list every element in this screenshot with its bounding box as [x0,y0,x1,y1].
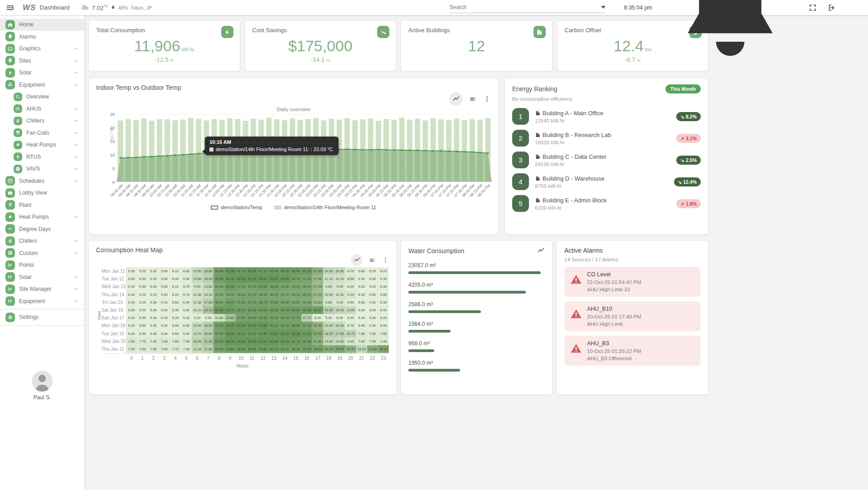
heatmap-cell[interactable]: 6.60 [181,267,192,275]
heatmap-cell[interactable]: 38.90 [291,322,301,329]
chart-type-line-button[interactable] [449,92,463,106]
alarm-item[interactable]: AHU_B1020-Oct-25 01:17:40 PMAHU High Lim… [564,301,701,331]
heatmap-cell[interactable]: 18.60 [203,330,213,338]
sidebar-item-schedules[interactable]: Schedules [0,175,84,187]
heatmap-cell[interactable]: 37.80 [268,299,279,306]
heatmap-cell[interactable]: 38.80 [257,314,268,322]
heatmap-cell[interactable]: 5.80 [126,275,137,283]
kebab-menu-icon[interactable] [382,257,389,264]
heatmap-cell[interactable]: 42.80 [247,267,257,275]
data-table-icon[interactable] [369,257,376,264]
heatmap-cell[interactable]: 7.50 [126,345,137,353]
chevron-down-icon[interactable] [73,167,78,171]
sidebar-item-fan-coils[interactable]: Fan Coils [0,127,84,139]
sidebar-item-alarms[interactable]: Alarms [0,31,84,43]
heatmap-cell[interactable]: 8.60 [345,338,356,345]
heatmap-cell[interactable]: 5.30 [356,291,367,299]
heatmap-cell[interactable]: 5.90 [345,299,356,306]
heatmap-cell[interactable]: 11.10 [323,275,334,283]
chevron-down-icon[interactable] [73,239,78,243]
heatmap-cell[interactable]: 40.70 [236,267,247,275]
heatmap-cell[interactable]: 5.30 [159,306,170,314]
search-field[interactable] [449,2,606,13]
heatmap-cell[interactable]: 41.10 [291,338,301,345]
heatmap-cell[interactable]: 7.60 [356,338,367,345]
heatmap-cell[interactable]: 5.30 [367,322,378,329]
heatmap-cell[interactable]: 5.40 [170,275,181,283]
heatmap-cell[interactable]: 35.90 [225,291,236,299]
heatmap-cell[interactable]: 5.20 [356,283,367,290]
heatmap-cell[interactable]: 31.30 [312,267,323,275]
heatmap-cell[interactable]: 5.40 [181,330,192,338]
heatmap-line-button[interactable] [351,254,363,266]
heatmap-cell[interactable]: 5.30 [159,330,170,338]
heatmap-cell[interactable]: 9.10 [345,291,356,299]
sidebar-item-heat-pumps[interactable]: Heat Pumps [0,139,84,151]
sidebar-item-lobby-view[interactable]: Lobby View [0,187,84,199]
heatmap-cell[interactable]: 10.20 [192,306,203,314]
heatmap-cell[interactable]: 35.50 [334,345,345,353]
heatmap-cell[interactable]: 37.90 [301,322,312,329]
user-profile[interactable]: Paul S. [0,371,84,401]
heatmap-cell[interactable]: 18.50 [203,322,213,329]
heatmap-cell[interactable]: 41.40 [268,267,279,275]
heatmap-cell[interactable]: 37.20 [247,291,257,299]
chevron-down-icon[interactable] [73,46,78,51]
heatmap-cell[interactable]: 36.20 [213,299,224,306]
logout-icon[interactable] [827,3,836,12]
sidebar-item-solar[interactable]: Solar [0,67,84,79]
heatmap-cell[interactable]: 5.50 [367,291,378,299]
heatmap-cell[interactable]: 42.50 [279,275,290,283]
sidebar-item-heat-pumps[interactable]: Heat Pumps [0,211,84,223]
heatmap-cell[interactable]: 39.40 [279,345,290,353]
heatmap-cell[interactable]: 31.80 [367,345,378,353]
heatmap-cell[interactable]: 5.30 [137,275,148,283]
heatmap-cell[interactable]: 7.50 [367,330,378,338]
sidebar-item-graphics[interactable]: Graphics [0,43,84,55]
heatmap-cell[interactable]: 35.40 [301,283,312,290]
heatmap-cell[interactable]: 5.40 [126,291,137,299]
heatmap-cell[interactable]: 41.90 [225,275,236,283]
heatmap-cell[interactable]: 40.30 [247,306,257,314]
heatmap-cell[interactable]: 27.40 [312,283,323,290]
heatmap-cell[interactable]: 14.10 [192,345,203,353]
heatmap-cell[interactable]: 42.90 [268,338,279,345]
heatmap-cell[interactable]: 5.40 [356,322,367,329]
heatmap-cell[interactable]: 15.70 [345,330,356,338]
heatmap-cell[interactable]: 33.20 [323,345,334,353]
heatmap-cell[interactable]: 38.30 [279,314,290,322]
heatmap-cell[interactable]: 8.90 [345,275,356,283]
heatmap-cell[interactable]: 37.00 [301,275,312,283]
heatmap-cell[interactable]: 43.30 [268,275,279,283]
chevron-down-icon[interactable] [73,251,78,255]
heatmap-cell[interactable]: 38.70 [257,299,268,306]
heatmap-cell[interactable]: 36.60 [236,291,247,299]
heatmap-cell[interactable]: 5.40 [378,306,389,314]
heatmap-cell[interactable]: 36.20 [291,283,301,290]
heatmap-cell[interactable]: 37.70 [291,314,301,322]
heatmap-cell[interactable]: 38.50 [213,267,224,275]
sidebar-item-custom[interactable]: Custom [0,247,84,260]
heatmap-cell[interactable]: 40.20 [268,345,279,353]
heatmap-cell[interactable]: 39.60 [225,345,236,353]
heatmap-cell[interactable]: 6.70 [345,267,356,275]
heatmap-cell[interactable]: 39.30 [301,338,312,345]
heatmap-cell[interactable]: 5.30 [137,330,148,338]
heatmap-cell[interactable]: 14.40 [323,322,334,329]
heatmap-cell[interactable]: 5.40 [126,330,137,338]
heatmap-cell[interactable]: 35.10 [291,291,301,299]
heatmap-cell[interactable]: 5.10 [159,299,170,306]
heatmap-cell[interactable]: 5.30 [148,299,159,306]
heatmap-cell[interactable]: 37.80 [247,299,257,306]
heatmap-cell[interactable]: 27.20 [312,291,323,299]
heatmap-cell[interactable]: 7.40 [181,345,192,353]
heatmap-cell[interactable]: 5.60 [170,330,181,338]
heatmap-cell[interactable]: 5.50 [378,291,389,299]
ranking-row[interactable]: 5Building E - Admin Block6320 kW-hr↗ 1.8… [512,195,701,212]
period-selector-badge[interactable]: This Month [665,84,701,93]
sidebar-item-site-manager[interactable]: Site Manager [0,283,84,295]
heatmap-cell[interactable]: 37.80 [236,299,247,306]
heatmap-cell[interactable]: 15.20 [356,345,367,353]
heatmap-cell[interactable]: 25.80 [312,299,323,306]
heatmap-cell[interactable]: 43.10 [257,338,268,345]
